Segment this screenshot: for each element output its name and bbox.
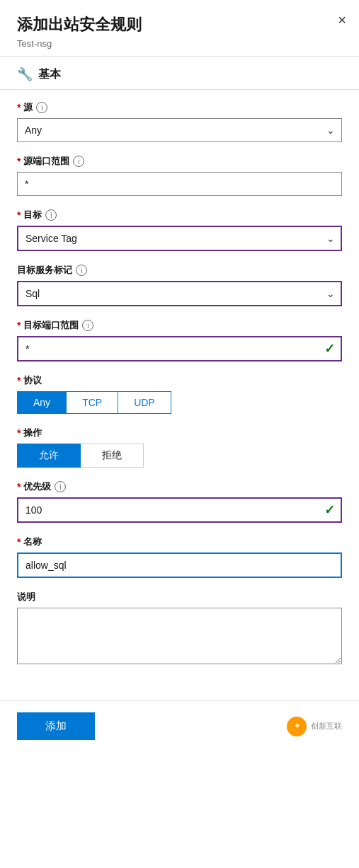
action-group: * 操作 允许 拒绝	[17, 427, 342, 468]
panel-header: 添加出站安全规则 Test-nsg ×	[0, 0, 359, 57]
source-port-input[interactable]	[17, 172, 342, 196]
description-label: 说明	[17, 591, 342, 603]
source-port-info-icon: i	[73, 156, 84, 167]
dest-port-label: * 目标端口范围 i	[17, 319, 342, 332]
name-label: * 名称	[17, 536, 342, 548]
close-button[interactable]: ×	[338, 13, 346, 27]
source-port-required-star: *	[17, 156, 21, 167]
name-label-text: 名称	[23, 536, 42, 548]
destination-select-wrap: Service Tag Any IP Addresses My IP addre…	[17, 226, 342, 251]
description-group: 说明	[17, 591, 342, 666]
name-group: * 名称	[17, 536, 342, 578]
dest-port-group: * 目标端口范围 i ✓	[17, 319, 342, 361]
source-select[interactable]: Any	[17, 118, 342, 142]
protocol-btn-group: Any TCP UDP	[17, 391, 171, 414]
protocol-required-star: *	[17, 375, 21, 386]
panel: 添加出站安全规则 Test-nsg × 🔧 基本 * 源 i Any ⌄	[0, 0, 359, 868]
dest-port-required-star: *	[17, 320, 21, 331]
panel-title: 添加出站安全规则	[17, 14, 342, 35]
source-port-input-wrap	[17, 172, 342, 196]
panel-footer: 添加 ✦ 创新互联	[0, 700, 359, 751]
service-tag-label-text: 目标服务标记	[17, 264, 72, 277]
protocol-group: * 协议 Any TCP UDP	[17, 374, 342, 414]
destination-info-icon: i	[45, 209, 57, 221]
priority-info-icon: i	[55, 481, 66, 492]
watermark: ✦ 创新互联	[287, 717, 342, 736]
source-required-star: *	[17, 102, 21, 113]
dest-port-info-icon: i	[82, 320, 93, 331]
name-input-wrap	[17, 552, 342, 578]
priority-label-text: 优先级	[23, 480, 51, 493]
service-tag-group: 目标服务标记 i Sql Storage Internet VirtualNet…	[17, 264, 342, 306]
service-tag-select[interactable]: Sql Storage Internet VirtualNetwork Azur…	[17, 281, 342, 306]
priority-input-wrap: ✓	[17, 497, 342, 523]
service-tag-label: 目标服务标记 i	[17, 264, 342, 277]
action-label-text: 操作	[23, 427, 42, 439]
action-btn-group: 允许 拒绝	[17, 444, 144, 468]
form-body: * 源 i Any ⌄ * 源端口范围 i	[0, 90, 359, 693]
protocol-udp-button[interactable]: UDP	[118, 392, 171, 413]
source-select-wrap: Any ⌄	[17, 118, 342, 142]
dest-port-check-icon: ✓	[324, 341, 335, 357]
panel-subtitle: Test-nsg	[17, 38, 342, 49]
source-port-group: * 源端口范围 i	[17, 155, 342, 196]
priority-required-star: *	[17, 481, 21, 492]
action-required-star: *	[17, 427, 21, 439]
watermark-logo: ✦	[287, 717, 307, 736]
dest-port-label-text: 目标端口范围	[23, 319, 79, 332]
priority-check-icon: ✓	[324, 502, 335, 518]
description-label-text: 说明	[17, 591, 35, 603]
source-port-label-text: 源端口范围	[23, 155, 69, 168]
action-deny-button[interactable]: 拒绝	[81, 444, 144, 468]
protocol-tcp-button[interactable]: TCP	[67, 392, 118, 413]
destination-group: * 目标 i Service Tag Any IP Addresses My I…	[17, 209, 342, 251]
protocol-label: * 协议	[17, 374, 342, 387]
watermark-text: 创新互联	[311, 721, 342, 731]
destination-label-text: 目标	[23, 209, 42, 221]
service-tag-info-icon: i	[76, 265, 87, 276]
action-label: * 操作	[17, 427, 342, 439]
service-tag-select-wrap: Sql Storage Internet VirtualNetwork Azur…	[17, 281, 342, 306]
source-label: * 源 i	[17, 101, 342, 114]
protocol-any-button[interactable]: Any	[18, 392, 67, 413]
dest-port-input-wrap: ✓	[17, 336, 342, 361]
name-input[interactable]	[17, 552, 342, 578]
name-required-star: *	[17, 536, 21, 548]
dest-port-input[interactable]	[17, 336, 342, 361]
action-allow-button[interactable]: 允许	[17, 444, 81, 468]
priority-input[interactable]	[17, 497, 342, 523]
section-title: 基本	[38, 67, 61, 82]
add-button[interactable]: 添加	[17, 712, 95, 740]
source-port-label: * 源端口范围 i	[17, 155, 342, 168]
priority-label: * 优先级 i	[17, 480, 342, 493]
section-header: 🔧 基本	[0, 57, 359, 90]
priority-group: * 优先级 i ✓	[17, 480, 342, 523]
wrench-icon: 🔧	[17, 66, 33, 82]
protocol-label-text: 协议	[23, 374, 42, 387]
description-textarea[interactable]	[17, 608, 342, 664]
destination-label: * 目标 i	[17, 209, 342, 221]
source-group: * 源 i Any ⌄	[17, 101, 342, 142]
destination-required-star: *	[17, 209, 21, 221]
destination-select[interactable]: Service Tag Any IP Addresses My IP addre…	[17, 226, 342, 251]
source-label-text: 源	[23, 101, 33, 114]
source-info-icon: i	[36, 102, 47, 113]
